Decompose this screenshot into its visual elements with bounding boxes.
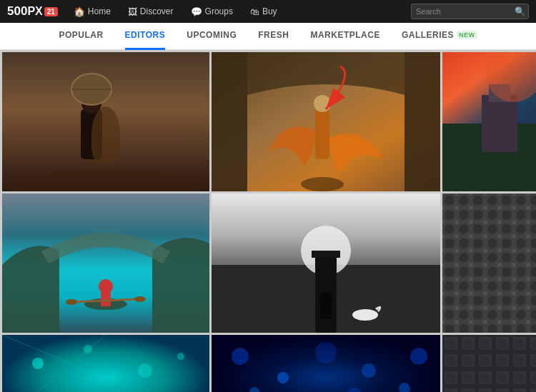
svg-point-20 xyxy=(99,279,113,293)
buy-icon: 🛍 xyxy=(250,6,259,17)
tab-editors[interactable]: EDITORS xyxy=(125,23,166,50)
notification-badge[interactable]: 21 xyxy=(44,7,58,16)
tab-galleries[interactable]: GALLERIES NEW xyxy=(402,23,477,50)
photo-6[interactable] xyxy=(442,194,536,333)
tab-galleries-badge: NEW xyxy=(457,31,477,39)
photo-2-image xyxy=(212,52,440,191)
nav-discover-label: Discover xyxy=(140,6,174,16)
photo-5-image xyxy=(212,194,440,333)
svg-point-49 xyxy=(277,372,289,383)
svg-point-24 xyxy=(134,296,146,302)
navbar: 500 PX 21 🏠 Home 🖼 Discover 💬 Groups 🛍 B… xyxy=(0,0,536,23)
search-input[interactable] xyxy=(416,7,515,16)
photo-3[interactable] xyxy=(442,52,536,191)
nav-home-label: Home xyxy=(88,6,111,16)
search-icon[interactable]: 🔍 xyxy=(515,6,525,16)
svg-rect-31 xyxy=(320,305,332,319)
nav-discover[interactable]: 🖼 Discover xyxy=(121,0,181,23)
svg-rect-61 xyxy=(442,335,536,392)
tab-upcoming[interactable]: UPCOMING xyxy=(187,23,237,50)
svg-rect-7 xyxy=(212,52,247,191)
tab-marketplace[interactable]: MARKETPLACE xyxy=(310,23,380,50)
svg-point-50 xyxy=(315,342,337,363)
svg-rect-10 xyxy=(315,109,329,159)
photo-5[interactable] xyxy=(212,194,440,333)
tab-fresh[interactable]: FRESH xyxy=(258,23,289,50)
svg-point-41 xyxy=(32,358,44,369)
svg-rect-15 xyxy=(482,95,517,152)
svg-point-52 xyxy=(410,348,427,365)
svg-rect-39 xyxy=(442,194,536,333)
svg-rect-8 xyxy=(405,52,440,191)
search-box[interactable]: 🔍 xyxy=(411,4,529,19)
svg-point-11 xyxy=(314,95,331,112)
svg-point-48 xyxy=(232,348,249,365)
svg-point-30 xyxy=(319,292,333,306)
photo-8[interactable] xyxy=(212,335,440,392)
nav-groups-label: Groups xyxy=(205,6,233,16)
svg-point-51 xyxy=(362,363,376,378)
photo-9[interactable] xyxy=(442,335,536,392)
home-icon: 🏠 xyxy=(74,6,85,17)
logo[interactable]: 500 PX 21 xyxy=(7,4,58,19)
photo-9-image xyxy=(442,335,536,392)
photo-7[interactable] xyxy=(2,335,209,392)
tab-galleries-label: GALLERIES xyxy=(402,30,454,40)
svg-rect-29 xyxy=(312,251,340,258)
tab-popular[interactable]: POPULAR xyxy=(59,23,103,50)
svg-point-43 xyxy=(138,363,152,378)
nav-groups[interactable]: 💬 Groups xyxy=(184,0,240,23)
photo-4-image xyxy=(2,194,209,333)
discover-icon: 🖼 xyxy=(128,6,137,17)
logo-px: PX xyxy=(27,5,42,18)
photo-1[interactable] xyxy=(2,52,209,191)
nav-home[interactable]: 🏠 Home xyxy=(66,0,118,23)
svg-point-44 xyxy=(177,353,184,360)
svg-point-9 xyxy=(301,177,344,191)
content-tabs: POPULAR EDITORS UPCOMING FRESH MARKETPLA… xyxy=(0,23,536,50)
svg-point-23 xyxy=(66,299,77,305)
logo-text: 500 xyxy=(7,4,27,19)
groups-icon: 💬 xyxy=(191,6,202,17)
photo-3-image xyxy=(442,52,536,191)
photo-grid xyxy=(0,50,536,392)
svg-point-32 xyxy=(352,309,378,321)
nav-buy-label: Buy xyxy=(262,6,277,16)
photo-8-image xyxy=(212,335,440,392)
svg-rect-21 xyxy=(101,292,111,306)
photo-2[interactable] xyxy=(212,52,440,191)
nav-buy[interactable]: 🛍 Buy xyxy=(243,0,284,23)
photo-grid-container xyxy=(0,50,536,392)
photo-6-image xyxy=(442,194,536,333)
photo-4[interactable] xyxy=(2,194,209,333)
photo-1-image xyxy=(2,52,209,191)
photo-7-image xyxy=(2,335,209,392)
svg-rect-2 xyxy=(81,109,102,159)
